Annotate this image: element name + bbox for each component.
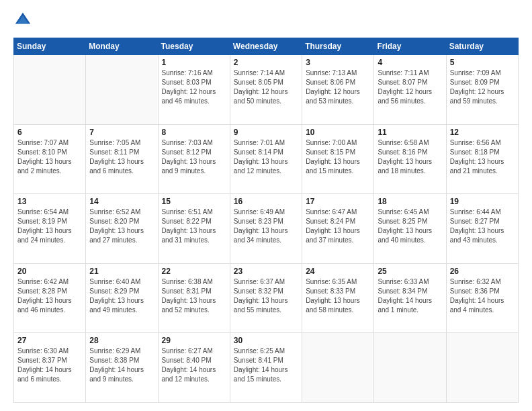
weekday-header: Saturday (446, 38, 518, 55)
calendar-cell: 6Sunrise: 7:07 AM Sunset: 8:10 PM Daylig… (14, 124, 86, 194)
day-number: 9 (234, 128, 298, 137)
calendar-body: 1Sunrise: 7:16 AM Sunset: 8:03 PM Daylig… (14, 55, 519, 403)
weekday-header: Monday (86, 38, 158, 55)
day-info: Sunrise: 6:54 AM Sunset: 8:19 PM Dayligh… (17, 208, 82, 245)
day-info: Sunrise: 6:35 AM Sunset: 8:33 PM Dayligh… (306, 277, 370, 315)
day-number: 20 (17, 267, 82, 276)
day-number: 4 (378, 58, 442, 67)
calendar-week-row: 27Sunrise: 6:30 AM Sunset: 8:37 PM Dayli… (14, 333, 519, 403)
day-number: 15 (162, 197, 226, 206)
calendar-cell: 4Sunrise: 7:11 AM Sunset: 8:07 PM Daylig… (374, 55, 446, 125)
calendar-cell (86, 55, 158, 125)
calendar-cell: 2Sunrise: 7:14 AM Sunset: 8:05 PM Daylig… (230, 55, 302, 125)
day-info: Sunrise: 6:33 AM Sunset: 8:34 PM Dayligh… (378, 277, 442, 315)
day-info: Sunrise: 6:32 AM Sunset: 8:36 PM Dayligh… (450, 277, 515, 315)
calendar-cell: 22Sunrise: 6:38 AM Sunset: 8:31 PM Dayli… (158, 263, 230, 333)
calendar-cell: 9Sunrise: 7:01 AM Sunset: 8:14 PM Daylig… (230, 124, 302, 194)
day-info: Sunrise: 6:44 AM Sunset: 8:27 PM Dayligh… (450, 208, 515, 245)
day-number: 17 (306, 197, 370, 206)
weekday-header: Thursday (302, 38, 374, 55)
calendar-cell: 15Sunrise: 6:51 AM Sunset: 8:22 PM Dayli… (158, 194, 230, 264)
calendar-cell: 20Sunrise: 6:42 AM Sunset: 8:28 PM Dayli… (14, 263, 86, 333)
weekday-header: Sunday (14, 38, 86, 55)
calendar-cell: 16Sunrise: 6:49 AM Sunset: 8:23 PM Dayli… (230, 194, 302, 264)
day-info: Sunrise: 6:45 AM Sunset: 8:25 PM Dayligh… (378, 208, 442, 245)
calendar-cell: 11Sunrise: 6:58 AM Sunset: 8:16 PM Dayli… (374, 124, 446, 194)
calendar-cell: 29Sunrise: 6:27 AM Sunset: 8:40 PM Dayli… (158, 333, 230, 403)
calendar-week-row: 1Sunrise: 7:16 AM Sunset: 8:03 PM Daylig… (14, 55, 519, 125)
calendar-week-row: 6Sunrise: 7:07 AM Sunset: 8:10 PM Daylig… (14, 124, 519, 194)
day-info: Sunrise: 6:37 AM Sunset: 8:32 PM Dayligh… (234, 277, 298, 315)
calendar-cell: 13Sunrise: 6:54 AM Sunset: 8:19 PM Dayli… (14, 194, 86, 264)
day-number: 28 (89, 336, 154, 345)
day-number: 22 (162, 267, 226, 276)
day-number: 13 (17, 197, 82, 206)
calendar-cell: 12Sunrise: 6:56 AM Sunset: 8:18 PM Dayli… (446, 124, 518, 194)
day-number: 10 (306, 128, 370, 137)
calendar-cell: 17Sunrise: 6:47 AM Sunset: 8:24 PM Dayli… (302, 194, 374, 264)
day-info: Sunrise: 6:49 AM Sunset: 8:23 PM Dayligh… (234, 208, 298, 245)
day-number: 30 (234, 336, 298, 345)
day-info: Sunrise: 6:40 AM Sunset: 8:29 PM Dayligh… (89, 277, 154, 315)
day-number: 23 (234, 267, 298, 276)
weekday-header: Tuesday (158, 38, 230, 55)
day-info: Sunrise: 6:30 AM Sunset: 8:37 PM Dayligh… (17, 347, 82, 384)
day-info: Sunrise: 7:09 AM Sunset: 8:09 PM Dayligh… (450, 68, 515, 106)
logo-icon (13, 11, 32, 30)
weekday-header-row: SundayMondayTuesdayWednesdayThursdayFrid… (14, 38, 519, 55)
day-info: Sunrise: 6:29 AM Sunset: 8:38 PM Dayligh… (89, 347, 154, 384)
day-info: Sunrise: 7:07 AM Sunset: 8:10 PM Dayligh… (17, 138, 82, 176)
day-info: Sunrise: 6:38 AM Sunset: 8:31 PM Dayligh… (162, 277, 226, 315)
day-info: Sunrise: 7:13 AM Sunset: 8:06 PM Dayligh… (306, 68, 370, 106)
day-info: Sunrise: 6:52 AM Sunset: 8:20 PM Dayligh… (89, 208, 154, 245)
calendar-cell: 26Sunrise: 6:32 AM Sunset: 8:36 PM Dayli… (446, 263, 518, 333)
day-info: Sunrise: 7:01 AM Sunset: 8:14 PM Dayligh… (234, 138, 298, 176)
day-info: Sunrise: 6:47 AM Sunset: 8:24 PM Dayligh… (306, 208, 370, 245)
day-number: 18 (378, 197, 442, 206)
day-number: 21 (89, 267, 154, 276)
calendar-cell: 14Sunrise: 6:52 AM Sunset: 8:20 PM Dayli… (86, 194, 158, 264)
calendar-cell: 28Sunrise: 6:29 AM Sunset: 8:38 PM Dayli… (86, 333, 158, 403)
day-info: Sunrise: 7:03 AM Sunset: 8:12 PM Dayligh… (162, 138, 226, 176)
day-info: Sunrise: 6:51 AM Sunset: 8:22 PM Dayligh… (162, 208, 226, 245)
calendar-cell: 27Sunrise: 6:30 AM Sunset: 8:37 PM Dayli… (14, 333, 86, 403)
weekday-header: Wednesday (230, 38, 302, 55)
calendar-cell: 8Sunrise: 7:03 AM Sunset: 8:12 PM Daylig… (158, 124, 230, 194)
calendar-cell: 25Sunrise: 6:33 AM Sunset: 8:34 PM Dayli… (374, 263, 446, 333)
calendar-cell: 24Sunrise: 6:35 AM Sunset: 8:33 PM Dayli… (302, 263, 374, 333)
header (13, 11, 519, 30)
day-info: Sunrise: 7:11 AM Sunset: 8:07 PM Dayligh… (378, 68, 442, 106)
day-number: 3 (306, 58, 370, 67)
calendar-week-row: 13Sunrise: 6:54 AM Sunset: 8:19 PM Dayli… (14, 194, 519, 264)
weekday-header: Friday (374, 38, 446, 55)
day-info: Sunrise: 6:58 AM Sunset: 8:16 PM Dayligh… (378, 138, 442, 176)
day-number: 5 (450, 58, 515, 67)
day-info: Sunrise: 7:14 AM Sunset: 8:05 PM Dayligh… (234, 68, 298, 106)
calendar-cell: 18Sunrise: 6:45 AM Sunset: 8:25 PM Dayli… (374, 194, 446, 264)
calendar-cell: 10Sunrise: 7:00 AM Sunset: 8:15 PM Dayli… (302, 124, 374, 194)
day-number: 2 (234, 58, 298, 67)
calendar-cell: 7Sunrise: 7:05 AM Sunset: 8:11 PM Daylig… (86, 124, 158, 194)
logo (13, 11, 35, 30)
day-number: 7 (89, 128, 154, 137)
day-number: 26 (450, 267, 515, 276)
day-number: 14 (89, 197, 154, 206)
day-info: Sunrise: 6:27 AM Sunset: 8:40 PM Dayligh… (162, 347, 226, 384)
day-info: Sunrise: 6:56 AM Sunset: 8:18 PM Dayligh… (450, 138, 515, 176)
calendar-cell (14, 55, 86, 125)
calendar-cell: 19Sunrise: 6:44 AM Sunset: 8:27 PM Dayli… (446, 194, 518, 264)
day-number: 8 (162, 128, 226, 137)
page: SundayMondayTuesdayWednesdayThursdayFrid… (0, 0, 532, 411)
calendar-table: SundayMondayTuesdayWednesdayThursdayFrid… (13, 38, 519, 403)
day-info: Sunrise: 7:16 AM Sunset: 8:03 PM Dayligh… (162, 68, 226, 106)
calendar-cell (302, 333, 374, 403)
day-number: 16 (234, 197, 298, 206)
day-info: Sunrise: 7:00 AM Sunset: 8:15 PM Dayligh… (306, 138, 370, 176)
day-number: 6 (17, 128, 82, 137)
day-number: 25 (378, 267, 442, 276)
calendar-week-row: 20Sunrise: 6:42 AM Sunset: 8:28 PM Dayli… (14, 263, 519, 333)
calendar-cell (446, 333, 518, 403)
calendar-cell: 23Sunrise: 6:37 AM Sunset: 8:32 PM Dayli… (230, 263, 302, 333)
day-info: Sunrise: 6:25 AM Sunset: 8:41 PM Dayligh… (234, 347, 298, 384)
day-number: 11 (378, 128, 442, 137)
